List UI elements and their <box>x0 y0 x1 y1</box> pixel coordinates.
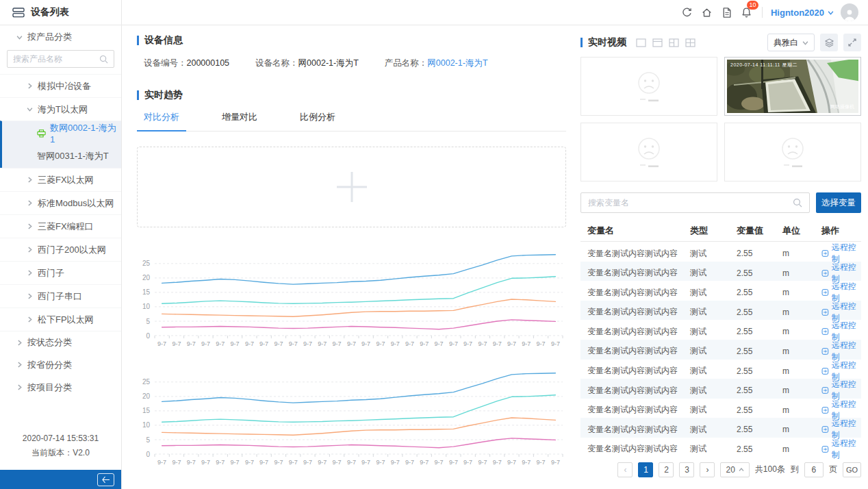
svg-text:25: 25 <box>142 378 151 386</box>
sidebar-group-other-2[interactable]: 按项目分类 <box>0 376 121 399</box>
sidebar-header: 设备列表 <box>0 0 121 25</box>
main-area: 10 Hignton2020 设备信息 <box>122 0 868 489</box>
video-cell-3[interactable] <box>580 123 717 181</box>
theme-select[interactable]: 典雅白 <box>767 34 815 51</box>
chevron-down-icon <box>27 106 33 112</box>
refresh-button[interactable] <box>677 3 697 21</box>
table-row-10: 变量名测试内容测试内容测试2.55m远程控制 <box>580 418 861 438</box>
device-info-row: 设备编号：200000105 设备名称：网0002-1-海为T 产品名称：网00… <box>144 58 566 69</box>
sidebar-item-product-6[interactable]: 西门子 <box>0 261 121 284</box>
chevron-right-icon <box>27 316 33 323</box>
video-cell-1[interactable] <box>580 57 717 116</box>
chevron-right-icon <box>16 362 23 368</box>
sidebar-group-product[interactable]: 按产品分类 <box>0 25 121 49</box>
chevron-down-icon <box>828 10 834 16</box>
chevron-right-icon <box>27 223 33 229</box>
video-layout-1-icon[interactable] <box>636 38 646 47</box>
next-page-button[interactable]: › <box>700 462 715 477</box>
plus-icon <box>350 172 353 202</box>
sidebar-group-other-0[interactable]: 按状态分类 <box>0 331 121 353</box>
prev-page-button[interactable]: ‹ <box>617 462 633 477</box>
remote-control-icon <box>821 327 829 336</box>
sidebar-item-product-0[interactable]: 模拟中冶设备 <box>0 74 121 97</box>
layers-icon <box>824 38 834 48</box>
trend-title: 实时趋势 <box>137 88 566 102</box>
sidebar-item-product-7[interactable]: 西门子串口 <box>0 284 121 308</box>
expand-icon <box>847 38 857 47</box>
svg-text:9-7: 9-7 <box>420 340 429 347</box>
video-layout-2-icon[interactable] <box>652 38 663 47</box>
product-name-link[interactable]: 网0002-1-海为T <box>427 58 487 68</box>
product-search-input[interactable] <box>13 54 99 64</box>
device-item-0[interactable]: 数网0002-1-海为1 <box>2 121 121 145</box>
product-search-box[interactable] <box>7 50 114 68</box>
variable-search-box[interactable] <box>580 192 810 213</box>
layers-button[interactable] <box>820 34 838 51</box>
device-item-1[interactable]: 智网0031-1-海为T <box>2 145 121 168</box>
jump-suffix-label: 页 <box>829 464 837 475</box>
username: Hignton2020 <box>771 8 824 18</box>
total-count-label: 共100条 <box>755 464 785 475</box>
avatar[interactable] <box>841 3 858 21</box>
svg-text:9-7: 9-7 <box>551 459 560 466</box>
variable-search-input[interactable] <box>588 198 793 208</box>
chevron-right-icon <box>27 177 33 183</box>
svg-text:9-7: 9-7 <box>537 340 546 347</box>
go-button[interactable]: GO <box>843 462 861 477</box>
sidebar-item-product-5[interactable]: 西门子200以太网 <box>0 238 121 261</box>
fullscreen-button[interactable] <box>843 34 861 51</box>
svg-text:5: 5 <box>146 436 150 444</box>
home-icon <box>701 7 713 18</box>
page-size-select[interactable]: 20 <box>720 462 749 477</box>
svg-text:9-7: 9-7 <box>449 340 458 347</box>
svg-text:9-7: 9-7 <box>551 340 560 347</box>
page-button-1[interactable]: 1 <box>638 462 653 477</box>
add-variable-dropzone[interactable] <box>137 147 566 227</box>
svg-text:5: 5 <box>146 318 150 325</box>
col-type: 类型 <box>690 225 737 237</box>
user-menu[interactable]: Hignton2020 <box>771 8 834 18</box>
tab-increment-compare[interactable]: 增量对比 <box>215 103 264 131</box>
sidebar-collapse-button[interactable] <box>97 473 114 486</box>
remote-control-link[interactable]: 远程控制 <box>821 438 861 461</box>
chevron-down-icon <box>802 40 808 46</box>
remote-control-icon <box>821 288 829 297</box>
page-button-2[interactable]: 2 <box>659 462 674 477</box>
sidebar-group-other-1[interactable]: 按省份分类 <box>0 353 121 376</box>
sidebar-item-product-2[interactable]: 三菱FX以太网 <box>0 168 121 191</box>
svg-text:9-7: 9-7 <box>405 459 414 466</box>
remote-control-icon <box>821 445 829 453</box>
video-cell-4[interactable] <box>724 123 861 181</box>
tab-compare-analysis[interactable]: 对比分析 <box>137 103 186 131</box>
sidebar-item-product-3[interactable]: 标准Modbus以太网 <box>0 191 121 214</box>
video-layout-3-icon[interactable] <box>669 38 679 47</box>
sidebar-item-product-1[interactable]: 海为T以太网 <box>0 97 121 121</box>
page-button-3[interactable]: 3 <box>679 462 694 477</box>
jump-prefix-label: 到 <box>791 464 799 475</box>
chevron-right-icon <box>16 340 23 346</box>
svg-text:15: 15 <box>142 288 151 296</box>
sidebar-tree: 模拟中冶设备海为T以太网数网0002-1-海为1智网0031-1-海为T三菱FX… <box>0 74 121 399</box>
svg-text:9-7: 9-7 <box>289 340 298 347</box>
video-layout-4-icon[interactable] <box>685 38 695 47</box>
sidebar-item-product-4[interactable]: 三菱FX编程口 <box>0 214 121 238</box>
tab-ratio-analysis[interactable]: 比例分析 <box>293 103 342 131</box>
select-variable-button[interactable]: 选择变量 <box>816 192 861 213</box>
device-icon <box>37 129 46 138</box>
device-group: 数网0002-1-海为1智网0031-1-海为T <box>0 121 121 168</box>
svg-text:9-7: 9-7 <box>361 340 370 347</box>
collapse-sidebar-icon <box>101 476 110 484</box>
line-chart: 05101520259-79-79-79-79-79-79-79-79-79-7… <box>137 366 566 471</box>
document-button[interactable] <box>717 3 737 21</box>
video-cell-2[interactable]: 2020-07-14 11:11:11 星期二网络摄像机 <box>724 57 861 116</box>
table-row-9: 变量名测试内容测试内容测试2.55m远程控制 <box>580 399 861 418</box>
svg-text:9-7: 9-7 <box>478 340 487 347</box>
jump-page-input[interactable] <box>804 462 824 477</box>
notification-button[interactable]: 10 <box>737 3 756 21</box>
trend-chart-2: 05101520259-79-79-79-79-79-79-79-79-79-7… <box>137 366 566 473</box>
sidebar-item-product-8[interactable]: 松下FP以太网 <box>0 308 121 331</box>
pagination: ‹ 123 › 20 共100条 到 页 GO <box>580 462 861 477</box>
table-row-3: 变量名测试内容测试内容测试2.55m远程控制 <box>580 281 861 301</box>
svg-text:9-7: 9-7 <box>318 459 327 466</box>
home-button[interactable] <box>697 3 717 21</box>
